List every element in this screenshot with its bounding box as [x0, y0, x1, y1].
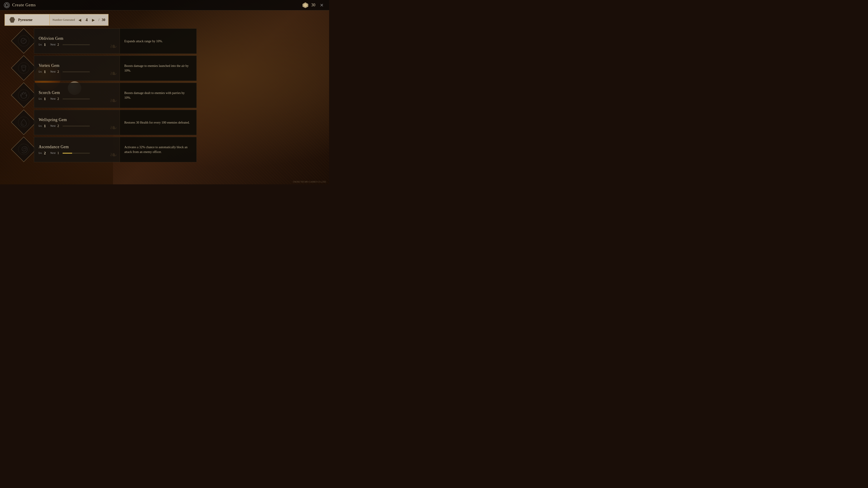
gem-row-ascendance[interactable]: Ascendance Gem Lv. 2 Next 1 ❧ Activates … [13, 137, 324, 162]
gem-lv-value-ascendance: 2 [44, 151, 46, 155]
create-gems-icon [4, 2, 10, 8]
number-value: 4 [84, 18, 89, 22]
gem-desc-vortex: Boosts damage to enemies launched into t… [120, 56, 197, 81]
gem-next-value-ascendance: 1 [57, 151, 59, 155]
gem-level-row-vortex: Lv. 1 Next 2 [39, 70, 115, 74]
close-button[interactable]: ✕ [318, 2, 326, 9]
gem-swirl-deco: ❧ [110, 41, 117, 52]
gem-name-scorch: Scorch Gem [39, 90, 115, 95]
number-prev-button[interactable]: ◀ [77, 18, 83, 23]
material-selector[interactable]: Pyroxene [4, 14, 50, 26]
gem-progress-fill-ascendance [63, 153, 72, 154]
gem-next-label-oblivion: Next [51, 43, 56, 46]
material-icon-box [8, 16, 16, 24]
number-label: Number Generated [53, 18, 75, 22]
gem-desc-oblivion: Expands attack range by 10%. [120, 29, 197, 54]
number-control: Number Generated ◀ 4 ▶ / 30 [50, 14, 108, 26]
gem-row-oblivion[interactable]: Oblivion Gem Lv. 1 Next 2 ❧ Expands atta… [13, 29, 324, 54]
controls-row: Pyroxene Number Generated ◀ 4 ▶ / 30 [4, 14, 115, 26]
gem-lv-value-vortex: 1 [44, 70, 46, 74]
gem-lv-label-oblivion: Lv. [39, 43, 42, 46]
gem-icon-oblivion [13, 31, 34, 51]
gem-info-ascendance: Ascendance Gem Lv. 2 Next 1 ❧ [34, 137, 120, 162]
gem-desc-text-wellspring: Restores 30 Health for every 100 enemies… [124, 120, 190, 125]
gem-next-value-wellspring: 2 [57, 124, 59, 128]
gem-next-label-wellspring: Next [51, 124, 56, 128]
gem-level-row-wellspring: Lv. 1 Next 2 [39, 124, 115, 128]
pyroxene-icon [8, 16, 16, 24]
gem-level-row-ascendance: Lv. 2 Next 1 [39, 151, 115, 155]
number-divider: / [98, 18, 99, 22]
gem-next-label-vortex: Next [51, 70, 56, 73]
gem-name-wellspring: Wellspring Gem [39, 118, 115, 122]
gem-list: Oblivion Gem Lv. 1 Next 2 ❧ Expands atta… [13, 29, 324, 181]
gem-name-oblivion: Oblivion Gem [39, 36, 115, 41]
gem-level-row-oblivion: Lv. 1 Next 2 [39, 43, 115, 47]
gem-desc-wellspring: Restores 30 Health for every 100 enemies… [120, 110, 197, 135]
gem-desc-scorch: Boosts damage dealt to enemies with parr… [120, 83, 197, 108]
gem-icon-wellspring [13, 112, 34, 132]
gem-diamond-bg [11, 136, 36, 162]
gem-next-value-vortex: 2 [57, 70, 59, 74]
gem-row-vortex[interactable]: Vortex Gem Lv. 1 Next 2 ❧ Boosts damage … [13, 56, 324, 81]
gem-next-label-ascendance: Next [51, 151, 56, 155]
gem-desc-text-scorch: Boosts damage dealt to enemies with parr… [124, 91, 192, 100]
gem-diamond-bg [11, 55, 36, 80]
gem-diamond-bg [11, 109, 36, 135]
gem-lv-label-vortex: Lv. [39, 70, 42, 73]
gem-lv-label-ascendance: Lv. [39, 151, 42, 155]
gem-name-vortex: Vortex Gem [39, 63, 115, 68]
gem-lv-value-scorch: 1 [44, 97, 46, 101]
main-content: Pyroxene Number Generated ◀ 4 ▶ / 30 Obl… [0, 10, 329, 184]
gem-swirl-deco: ❧ [110, 123, 117, 133]
title-area: Create Gems [4, 2, 36, 8]
number-next-button[interactable]: ▶ [91, 18, 96, 23]
gem-row-wellspring[interactable]: Wellspring Gem Lv. 1 Next 2 ❧ Restores 3… [13, 110, 324, 135]
material-name: Pyroxene [18, 18, 33, 22]
gem-next-value-scorch: 2 [57, 97, 59, 101]
gem-next-value-oblivion: 2 [57, 43, 59, 46]
gem-icon-scorch [13, 85, 34, 105]
gem-lv-label-scorch: Lv. [39, 97, 42, 101]
gem-progress-bar-oblivion [63, 44, 90, 45]
gem-progress-bar-ascendance [63, 153, 90, 154]
gem-desc-text-ascendance: Activates a 32% chance to automatically … [124, 145, 192, 154]
gem-progress-bar-scorch [63, 98, 90, 99]
gem-desc-text-vortex: Boosts damage to enemies launched into t… [124, 64, 192, 73]
gem-lv-value-oblivion: 1 [44, 43, 46, 47]
top-right-area: 30 ✕ [302, 2, 326, 9]
gem-level-row-scorch: Lv. 1 Next 2 [39, 97, 115, 101]
gem-diamond-bg [11, 28, 36, 54]
gem-desc-text-oblivion: Expands attack range by 10%. [124, 39, 163, 43]
gem-info-wellspring: Wellspring Gem Lv. 1 Next 2 ❧ [34, 110, 120, 135]
gem-lv-label-wellspring: Lv. [39, 124, 42, 128]
gem-next-label-scorch: Next [51, 97, 56, 101]
currency-icon [302, 2, 309, 8]
gem-swirl-deco: ❧ [110, 95, 117, 106]
gem-info-vortex: Vortex Gem Lv. 1 Next 2 ❧ [34, 56, 120, 81]
gem-icon-vortex [13, 58, 34, 78]
gem-icon-ascendance [13, 139, 34, 160]
top-bar: Create Gems 30 ✕ [0, 0, 329, 10]
copyright: ©KOEI TECMO GAMES CO.,LTD. [293, 181, 327, 183]
gem-swirl-deco: ❧ [110, 150, 117, 160]
gem-info-scorch: Scorch Gem Lv. 1 Next 2 ❧ [34, 83, 120, 108]
gem-desc-ascendance: Activates a 32% chance to automatically … [120, 137, 197, 162]
page-title: Create Gems [12, 3, 36, 7]
gem-name-ascendance: Ascendance Gem [39, 144, 115, 149]
gem-lv-value-wellspring: 1 [44, 124, 46, 128]
number-total: 30 [102, 18, 105, 22]
currency-count: 30 [311, 3, 315, 7]
gem-diamond-bg [11, 82, 36, 108]
gem-swirl-deco: ❧ [110, 68, 117, 79]
gem-info-oblivion: Oblivion Gem Lv. 1 Next 2 ❧ [34, 29, 120, 54]
gem-row-scorch[interactable]: Scorch Gem Lv. 1 Next 2 ❧ Boosts damage … [13, 83, 324, 108]
gem-progress-bar-vortex [63, 71, 90, 72]
gem-progress-bar-wellspring [63, 126, 90, 127]
